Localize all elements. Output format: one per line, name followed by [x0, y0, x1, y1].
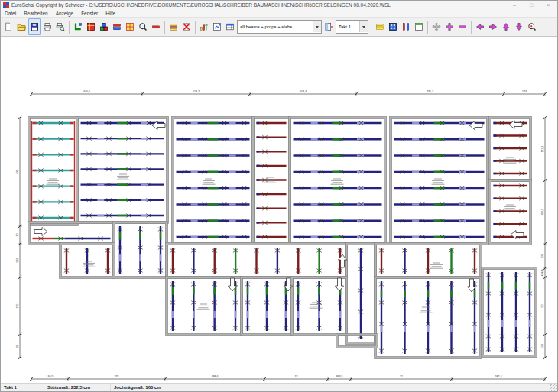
plan-window-icon	[388, 22, 397, 31]
zoom-in-button[interactable]	[443, 18, 456, 35]
zoom-icon	[138, 22, 148, 31]
pan-down-icon	[514, 22, 524, 31]
raster-button[interactable]	[124, 18, 136, 35]
print-preview-button[interactable]	[54, 18, 67, 35]
resize-grip[interactable]	[550, 384, 557, 391]
svg-text:488,8: 488,8	[541, 270, 544, 277]
save-button[interactable]	[28, 18, 41, 35]
new-window-button[interactable]	[413, 18, 425, 35]
new-file-icon	[4, 22, 13, 31]
status-stuetzmass: Stützmaß: 232,5 cm	[44, 384, 111, 391]
svg-text:488,6: 488,6	[212, 375, 219, 378]
pan-left-button[interactable]	[474, 18, 486, 35]
room-annotation	[432, 179, 445, 184]
view-filter-dropdown[interactable]	[313, 21, 321, 32]
room-a2	[76, 116, 168, 223]
band-m2	[165, 242, 347, 278]
formwork-icon	[99, 22, 109, 31]
slab-button[interactable]	[85, 18, 97, 35]
status-filler	[180, 384, 550, 391]
svg-text:582,4: 582,4	[495, 375, 502, 378]
zoom-button[interactable]	[137, 18, 149, 35]
print-button[interactable]	[41, 18, 54, 35]
pan-button[interactable]	[430, 18, 443, 35]
table-icon	[225, 22, 235, 31]
zoom-in-icon	[445, 22, 454, 31]
zoom-window-button[interactable]	[526, 18, 538, 35]
zoom-out-icon	[458, 22, 467, 31]
svg-text:174: 174	[522, 90, 527, 93]
room-f1	[488, 116, 531, 181]
room-annotation	[203, 179, 216, 184]
maximize-button[interactable]: □	[527, 1, 535, 9]
chevron-down-icon	[362, 26, 365, 28]
view-filter-combobox[interactable]: all beams + props + slabs	[237, 20, 322, 34]
props-button[interactable]	[400, 18, 412, 35]
room-annotation	[83, 261, 96, 267]
zoom-out-button[interactable]	[456, 18, 469, 35]
walls-button[interactable]	[72, 18, 84, 35]
pan-down-button[interactable]	[513, 18, 525, 35]
takt-view-icon	[324, 22, 333, 31]
takt-dropdown[interactable]	[359, 21, 368, 32]
pour-direction-arrow	[336, 278, 344, 291]
menu-item-fenster[interactable]: Fenster	[77, 11, 102, 16]
menu-item-datei[interactable]: Datei	[1, 11, 20, 16]
table-button[interactable]	[224, 18, 236, 35]
drawing-canvas[interactable]: 440,5518,2604,4731,7174140,5375488,67436…	[1, 37, 557, 383]
delete-raster-button[interactable]	[180, 18, 193, 35]
window-controls: – □ ×	[511, 1, 555, 9]
formwork-button[interactable]	[98, 18, 110, 35]
svg-text:74: 74	[295, 375, 298, 378]
toolbar-separator	[69, 21, 70, 34]
band-m1	[59, 242, 115, 278]
room-w0	[112, 221, 167, 278]
red-dash-button[interactable]	[150, 18, 162, 35]
stats-icon	[212, 22, 222, 31]
menu-item-hilfe[interactable]: Hilfe	[102, 11, 119, 16]
svg-text:132: 132	[16, 258, 19, 263]
slab-icon	[86, 22, 96, 31]
svg-text:50: 50	[541, 254, 544, 258]
wing-b	[240, 276, 293, 335]
formwork-plan: 440,5518,2604,4731,7174140,5375488,67436…	[1, 37, 557, 383]
toolbar-separator	[195, 21, 196, 34]
svg-text:71: 71	[400, 375, 403, 378]
menu-item-anzeige[interactable]: Anzeige	[52, 11, 78, 16]
dimension-chain-left: 4307013222590	[16, 116, 22, 359]
pan-icon	[432, 22, 441, 31]
chevron-down-icon	[316, 26, 319, 28]
room-annotation	[47, 179, 60, 184]
svg-text:430: 430	[16, 170, 19, 174]
beams-button[interactable]	[111, 18, 123, 35]
toolbar: all beams + props + slabs Takt 1	[1, 18, 557, 37]
chart-button[interactable]	[198, 18, 210, 35]
window-title: EuroSchal Copyright by Schweer - C:\USER…	[11, 2, 391, 8]
minimize-button[interactable]: –	[511, 1, 518, 9]
open-button[interactable]	[15, 18, 28, 35]
takt-combobox[interactable]: Takt 1	[336, 20, 368, 34]
close-button[interactable]: ×	[544, 1, 552, 9]
app-window: EuroSchal Copyright by Schweer - C:\USER…	[0, 0, 558, 392]
svg-text:225: 225	[16, 304, 19, 309]
toolbar-separator	[371, 21, 371, 34]
svg-text:50: 50	[541, 305, 544, 308]
new-file-button[interactable]	[2, 18, 15, 35]
beams-icon	[112, 22, 122, 31]
status-jochtraegermass: Jochträgmaß: 160 cm	[111, 384, 180, 391]
room-annotation	[420, 307, 433, 313]
room-annotation	[331, 179, 344, 184]
menu-item-bearbeiten[interactable]: Bearbeiten	[20, 11, 51, 16]
pan-up-button[interactable]	[500, 18, 512, 35]
svg-text:111,3: 111,3	[541, 146, 544, 152]
takt-value: Takt 1	[339, 24, 351, 29]
svg-text:90: 90	[16, 345, 19, 348]
pan-right-button[interactable]	[487, 18, 499, 35]
stats-button[interactable]	[211, 18, 223, 35]
takt-view-button[interactable]	[323, 18, 335, 35]
svg-text:440,5: 440,5	[83, 90, 90, 93]
statusbar: Takt 1 Stützmaß: 232,5 cm Jochträgmaß: 1…	[1, 383, 557, 391]
list-button[interactable]	[167, 18, 180, 35]
plan-window-button[interactable]	[387, 18, 399, 35]
layers-button[interactable]	[374, 18, 386, 35]
